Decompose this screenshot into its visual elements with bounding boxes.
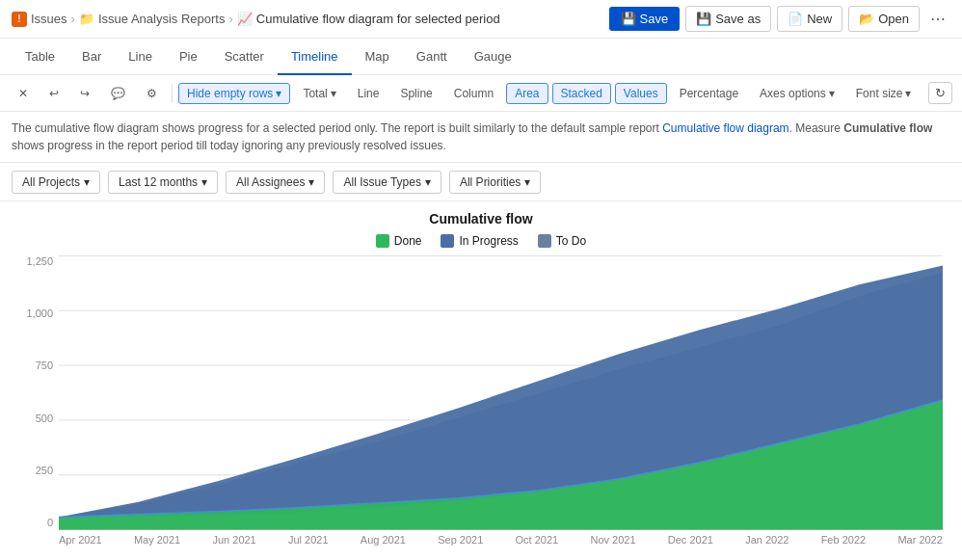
toolbar: ✕ ↩ ↪ 💬 ⚙ Hide empty rows ▾ Total ▾ Line… bbox=[0, 75, 962, 112]
breadcrumb: ! Issues › 📁 Issue Analysis Reports › 📈 … bbox=[12, 12, 500, 27]
filter-date[interactable]: Last 12 months ▾ bbox=[108, 171, 218, 194]
chart-container: Cumulative flow Done In Progress To Do 1… bbox=[0, 201, 962, 546]
stacked-button[interactable]: Stacked bbox=[552, 83, 611, 104]
legend-inprogress-label: In Progress bbox=[459, 234, 518, 248]
dropdown-chevron-hide: ▾ bbox=[276, 87, 281, 100]
chevron-priority: ▾ bbox=[524, 175, 530, 189]
chart-title: Cumulative flow bbox=[19, 211, 943, 227]
chevron-project: ▾ bbox=[84, 175, 90, 189]
y-label-750: 750 bbox=[19, 360, 53, 371]
breadcrumb-issues[interactable]: ! Issues bbox=[12, 12, 67, 27]
legend-inprogress-color bbox=[441, 234, 454, 248]
tab-map[interactable]: Map bbox=[352, 40, 403, 75]
x-aug2021: Aug 2021 bbox=[361, 534, 406, 546]
axes-options-button[interactable]: Axes options ▾ bbox=[751, 83, 843, 104]
breadcrumb-sep-1: › bbox=[71, 12, 75, 26]
tab-pie[interactable]: Pie bbox=[166, 40, 211, 75]
filter-priority[interactable]: All Priorities ▾ bbox=[449, 171, 541, 194]
chart-svg bbox=[59, 255, 943, 530]
legend-todo-color bbox=[538, 234, 551, 248]
x-jan2022: Jan 2022 bbox=[745, 534, 788, 546]
spline-button[interactable]: Spline bbox=[391, 83, 441, 104]
clear-button[interactable]: ✕ bbox=[10, 83, 37, 104]
legend-todo-label: To Do bbox=[556, 234, 586, 248]
legend-done: Done bbox=[376, 234, 422, 248]
undo-button[interactable]: ↩ bbox=[40, 83, 67, 104]
chart-svg-wrapper: Apr 2021 May 2021 Jun 2021 Jul 2021 Aug … bbox=[59, 255, 943, 546]
legend-inprogress: In Progress bbox=[441, 234, 518, 248]
filter-assignee[interactable]: All Assignees ▾ bbox=[226, 171, 325, 194]
hide-empty-rows-button[interactable]: Hide empty rows ▾ bbox=[178, 83, 290, 104]
open-icon: 📂 bbox=[859, 12, 874, 26]
x-oct2021: Oct 2021 bbox=[516, 534, 559, 546]
more-options-button[interactable]: ⋯ bbox=[925, 5, 950, 33]
legend-todo: To Do bbox=[538, 234, 586, 248]
tab-scatter[interactable]: Scatter bbox=[211, 40, 278, 75]
new-button[interactable]: 📄 New bbox=[777, 6, 842, 32]
breadcrumb-sep-2: › bbox=[228, 12, 232, 26]
redo-button[interactable]: ↪ bbox=[71, 83, 98, 104]
x-dec2021: Dec 2021 bbox=[668, 534, 713, 546]
chart-type-tabs: Table Bar Line Pie Scatter Timeline Map … bbox=[0, 39, 962, 75]
tab-table[interactable]: Table bbox=[12, 40, 68, 75]
y-label-500: 500 bbox=[19, 413, 53, 424]
save-button[interactable]: 💾 Save bbox=[609, 7, 681, 31]
x-apr2021: Apr 2021 bbox=[59, 534, 102, 546]
x-may2021: May 2021 bbox=[134, 534, 180, 546]
comment-button[interactable]: 💬 bbox=[102, 83, 134, 104]
new-icon: 📄 bbox=[788, 12, 803, 26]
column-button[interactable]: Column bbox=[445, 83, 502, 104]
chart-plot-area: 1,250 1,000 750 500 250 0 bbox=[19, 255, 943, 546]
values-button[interactable]: Values bbox=[615, 83, 667, 104]
total-button[interactable]: Total ▾ bbox=[294, 83, 344, 104]
header-actions: 💾 Save 💾 Save as 📄 New 📂 Open ⋯ bbox=[609, 5, 950, 33]
save-icon: 💾 bbox=[621, 12, 636, 26]
folder-icon: 📁 bbox=[79, 12, 94, 26]
dropdown-chevron-font: ▾ bbox=[905, 87, 911, 100]
chevron-assignee: ▾ bbox=[308, 175, 314, 189]
x-jun2021: Jun 2021 bbox=[212, 534, 255, 546]
chevron-issue-type: ▾ bbox=[425, 175, 431, 189]
tab-timeline[interactable]: Timeline bbox=[278, 40, 352, 75]
chart-legend: Done In Progress To Do bbox=[19, 234, 943, 248]
x-nov2021: Nov 2021 bbox=[590, 534, 635, 546]
x-mar2022: Mar 2022 bbox=[897, 534, 942, 546]
x-sep2021: Sep 2021 bbox=[438, 534, 483, 546]
dropdown-chevron-total: ▾ bbox=[331, 87, 336, 100]
filter-issue-type[interactable]: All Issue Types ▾ bbox=[333, 171, 441, 194]
tab-bar[interactable]: Bar bbox=[68, 40, 115, 75]
cumulative-flow-link[interactable]: Cumulative flow diagram bbox=[662, 121, 788, 135]
legend-done-label: Done bbox=[394, 234, 422, 248]
x-feb2022: Feb 2022 bbox=[821, 534, 866, 546]
y-label-1250: 1,250 bbox=[19, 255, 53, 267]
x-axis-labels: Apr 2021 May 2021 Jun 2021 Jul 2021 Aug … bbox=[59, 534, 943, 546]
y-label-1000: 1,000 bbox=[19, 307, 53, 319]
legend-done-color bbox=[376, 234, 389, 248]
dropdown-chevron-axes: ▾ bbox=[829, 87, 835, 100]
tab-gauge[interactable]: Gauge bbox=[461, 40, 525, 75]
area-button[interactable]: Area bbox=[506, 83, 548, 104]
open-button[interactable]: 📂 Open bbox=[848, 6, 920, 32]
y-label-0: 0 bbox=[19, 517, 53, 528]
info-bar: The cumulative flow diagram shows progre… bbox=[0, 112, 962, 163]
filter-project[interactable]: All Projects ▾ bbox=[12, 171, 100, 194]
line-button[interactable]: Line bbox=[349, 83, 388, 104]
settings-btn2[interactable]: ⚙ bbox=[138, 83, 166, 104]
save-as-button[interactable]: 💾 Save as bbox=[685, 6, 771, 32]
toolbar-sep-1 bbox=[172, 84, 173, 103]
breadcrumb-current: 📈 Cumulative flow diagram for selected p… bbox=[237, 12, 500, 26]
percentage-button[interactable]: Percentage bbox=[671, 83, 747, 104]
refresh-button[interactable]: ↻ bbox=[928, 82, 952, 104]
breadcrumb-reports[interactable]: 📁 Issue Analysis Reports bbox=[79, 12, 226, 26]
save-as-icon: 💾 bbox=[696, 12, 711, 26]
font-size-button[interactable]: Font size ▾ bbox=[847, 83, 921, 104]
y-axis-labels: 1,250 1,000 750 500 250 0 bbox=[19, 255, 53, 530]
tab-gantt[interactable]: Gantt bbox=[403, 40, 461, 75]
x-jul2021: Jul 2021 bbox=[288, 534, 329, 546]
issues-icon: ! bbox=[12, 12, 27, 27]
filter-bar: All Projects ▾ Last 12 months ▾ All Assi… bbox=[0, 163, 962, 201]
tab-line[interactable]: Line bbox=[115, 40, 166, 75]
chevron-date: ▾ bbox=[201, 175, 207, 189]
y-label-250: 250 bbox=[19, 465, 53, 476]
chart-icon: 📈 bbox=[237, 12, 253, 26]
